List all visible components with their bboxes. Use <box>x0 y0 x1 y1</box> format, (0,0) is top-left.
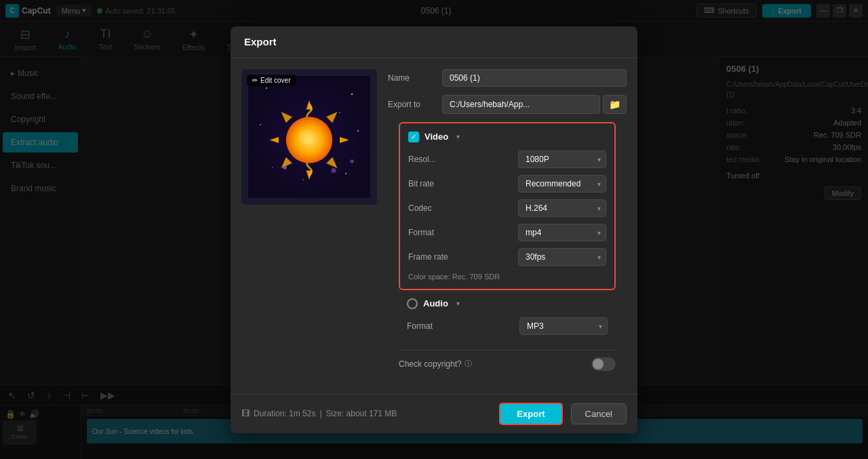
resolution-select-wrapper: 720P 1080P 2K 4K ▾ <box>518 151 606 168</box>
modal-title: Export <box>244 36 277 47</box>
footer-separator: | <box>319 409 321 418</box>
modal-right: Name Export to 📁 <box>388 69 627 383</box>
bitrate-select[interactable]: Low Medium Recommended High <box>518 175 606 193</box>
copyright-toggle[interactable] <box>591 357 616 371</box>
footer-duration: Duration: 1m 52s <box>254 409 315 418</box>
codec-label: Codec <box>408 203 518 213</box>
framerate-select-wrapper: 24fps 25fps 30fps 60fps ▾ <box>518 248 606 266</box>
audio-section: Audio ▾ Format MP3 AAC WAV <box>399 290 616 350</box>
info-icon: ⓘ <box>465 359 472 369</box>
export-to-label: Export to <box>388 100 435 109</box>
bitrate-label: Bit rate <box>408 179 518 188</box>
svg-point-2 <box>351 93 353 94</box>
modal-overlay: Export <box>0 0 868 459</box>
svg-point-4 <box>260 124 261 125</box>
footer-info: 🎞 Duration: 1m 52s | Size: about 171 MB <box>241 409 491 418</box>
audio-checkbox[interactable] <box>407 298 418 309</box>
audio-format-row: Format MP3 AAC WAV ▾ <box>407 317 608 335</box>
audio-format-label: Format <box>407 321 519 331</box>
folder-button[interactable]: 📁 <box>603 95 627 114</box>
svg-point-6 <box>272 167 273 167</box>
export-modal: Export <box>231 26 637 433</box>
name-label: Name <box>388 73 435 83</box>
codec-select-wrapper: H.264 H.265 ProRes ▾ <box>518 199 606 217</box>
svg-point-7 <box>345 172 347 174</box>
export-to-field-row: Export to 📁 <box>388 95 627 114</box>
toggle-knob <box>593 359 604 370</box>
video-section: ✓ Video ▾ Resol... 720P 1080P <box>399 122 616 290</box>
format-row: Format mp4 mov avi ▾ <box>408 224 606 241</box>
svg-point-19 <box>283 165 286 169</box>
export-to-input[interactable] <box>442 95 600 114</box>
edit-icon: ✏ <box>252 77 258 84</box>
audio-section-header: Audio ▾ <box>407 298 608 309</box>
bitrate-row: Bit rate Low Medium Recommended High ▾ <box>408 175 606 193</box>
svg-point-20 <box>331 167 336 172</box>
copyright-label: Check copyright? ⓘ <box>399 359 585 369</box>
modal-header: Export <box>231 26 637 58</box>
resolution-row: Resol... 720P 1080P 2K 4K ▾ <box>408 151 606 168</box>
copyright-row: Check copyright? ⓘ <box>399 350 616 378</box>
format-select[interactable]: mp4 mov avi <box>518 224 606 241</box>
bitrate-select-wrapper: Low Medium Recommended High ▾ <box>518 175 606 193</box>
name-input[interactable] <box>442 69 627 87</box>
checkmark-icon: ✓ <box>411 133 416 140</box>
edit-cover-button[interactable]: ✏ Edit cover <box>247 75 296 86</box>
resolution-select[interactable]: 720P 1080P 2K 4K <box>518 151 606 168</box>
film-icon: 🎞 <box>241 409 250 418</box>
svg-point-8 <box>302 179 303 180</box>
audio-format-select[interactable]: MP3 AAC WAV <box>519 317 608 335</box>
video-collapse-icon[interactable]: ▾ <box>456 133 460 140</box>
video-section-title: Video <box>425 132 448 142</box>
codec-select[interactable]: H.264 H.265 ProRes <box>518 199 606 217</box>
framerate-select[interactable]: 24fps 25fps 30fps 60fps <box>518 248 606 266</box>
format-label: Format <box>408 228 518 237</box>
video-section-header: ✓ Video ▾ <box>408 132 606 142</box>
name-field-row: Name <box>388 69 627 87</box>
framerate-label: Frame rate <box>408 252 518 262</box>
audio-format-select-wrapper: MP3 AAC WAV ▾ <box>519 317 608 335</box>
audio-collapse-icon[interactable]: ▾ <box>456 300 460 307</box>
video-checkbox[interactable]: ✓ <box>408 132 419 142</box>
modal-body: ✏ Edit cover Name Export to 📁 <box>231 58 637 394</box>
modal-left: ✏ Edit cover <box>241 69 377 383</box>
video-thumbnail: ✏ Edit cover <box>241 69 377 205</box>
svg-point-18 <box>299 129 314 144</box>
codec-row: Codec H.264 H.265 ProRes ▾ <box>408 199 606 217</box>
color-space-note: Color space: Rec. 709 SDR <box>408 273 606 281</box>
svg-point-5 <box>357 130 359 132</box>
svg-point-3 <box>339 112 340 113</box>
svg-point-1 <box>266 87 267 89</box>
resolution-label: Resol... <box>408 155 518 164</box>
audio-section-title: Audio <box>423 298 448 308</box>
modal-scroll[interactable]: ✓ Video ▾ Resol... 720P 1080P <box>388 122 627 383</box>
format-select-wrapper: mp4 mov avi ▾ <box>518 224 606 241</box>
modal-footer: 🎞 Duration: 1m 52s | Size: about 171 MB … <box>231 394 637 433</box>
export-to-field: 📁 <box>442 95 627 114</box>
svg-point-21 <box>350 159 353 163</box>
export-button[interactable]: Export <box>499 403 562 425</box>
framerate-row: Frame rate 24fps 25fps 30fps 60fps ▾ <box>408 248 606 266</box>
cancel-button[interactable]: Cancel <box>571 403 627 424</box>
footer-size: Size: about 171 MB <box>326 409 397 418</box>
